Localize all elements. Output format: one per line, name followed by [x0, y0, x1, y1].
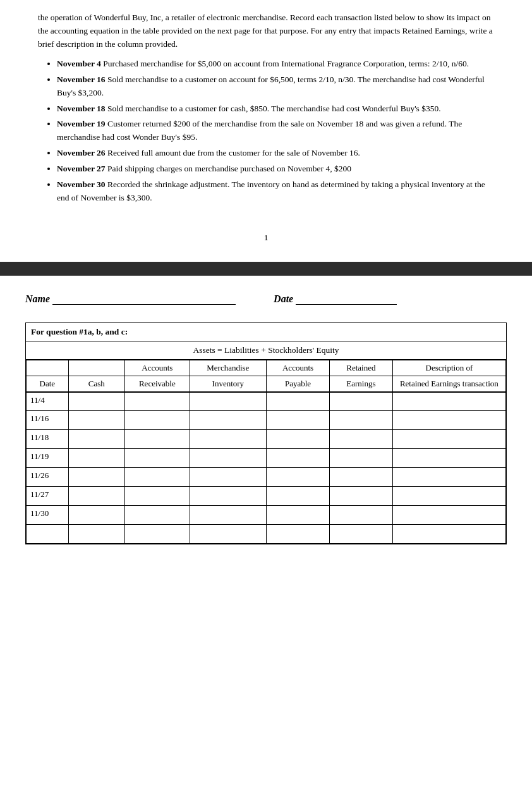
top-section: the operation of Wonderful Buy, Inc, a r… — [0, 0, 532, 262]
cell-accpay[interactable] — [267, 525, 330, 544]
cell-inventory[interactable] — [190, 430, 267, 449]
intro-paragraph: the operation of Wonderful Buy, Inc, a r… — [38, 11, 494, 51]
cell-accpay[interactable] — [267, 468, 330, 487]
cell-cash[interactable] — [68, 525, 125, 544]
col-date-label: Date — [27, 376, 69, 392]
cell-accpay[interactable] — [267, 449, 330, 468]
cell-date[interactable]: 11/19 — [27, 449, 69, 468]
cell-date[interactable]: 11/16 — [27, 411, 69, 430]
cell-inventory[interactable] — [190, 487, 267, 506]
cell-retained[interactable] — [329, 506, 392, 525]
cell-cash[interactable] — [68, 392, 125, 411]
bullet-item: November 18 Sold merchandise to a custom… — [57, 102, 494, 116]
bullet-item: November 19 Customer returned $200 of th… — [57, 118, 494, 144]
date-input-line[interactable] — [296, 293, 397, 305]
cell-retained[interactable] — [329, 411, 392, 430]
cell-date[interactable]: 11/4 — [27, 392, 69, 411]
col-inventory-label: Inventory — [190, 376, 267, 392]
cell-accrec[interactable] — [125, 468, 190, 487]
cell-description[interactable] — [392, 411, 505, 430]
cell-date[interactable]: 11/30 — [27, 506, 69, 525]
cell-description[interactable] — [392, 506, 505, 525]
cell-accrec[interactable] — [125, 525, 190, 544]
cell-cash[interactable] — [68, 468, 125, 487]
bullet-date: November 27 — [57, 164, 106, 173]
cell-accrec[interactable] — [125, 506, 190, 525]
cell-description[interactable] — [392, 449, 505, 468]
cell-date[interactable]: 11/18 — [27, 430, 69, 449]
cell-description[interactable] — [392, 525, 505, 544]
col-cash-label: Cash — [68, 376, 125, 392]
question-table-wrapper: For question #1a, b, and c: Assets = Lia… — [25, 322, 507, 545]
cell-accpay[interactable] — [267, 392, 330, 411]
cell-accpay[interactable] — [267, 430, 330, 449]
cell-retained[interactable] — [329, 392, 392, 411]
cell-retained[interactable] — [329, 430, 392, 449]
bottom-section: Name Date For question #1a, b, and c: As… — [0, 276, 532, 798]
cell-description[interactable] — [392, 430, 505, 449]
cell-cash[interactable] — [68, 430, 125, 449]
cell-accpay[interactable] — [267, 411, 330, 430]
cell-cash[interactable] — [68, 411, 125, 430]
bullet-item: November 4 Purchased merchandise for $5,… — [57, 58, 494, 71]
col-earnings-label: Earnings — [329, 376, 392, 392]
cell-retained[interactable] — [329, 468, 392, 487]
table-row: 11/4 — [27, 392, 506, 411]
table-row: 11/30 — [27, 506, 506, 525]
accounting-table: Accounts Merchandise Accounts Retained D… — [26, 360, 506, 544]
cell-date[interactable]: 11/27 — [27, 487, 69, 506]
cell-retained[interactable] — [329, 449, 392, 468]
cell-description[interactable] — [392, 487, 505, 506]
col-description-top: Description of — [392, 360, 505, 376]
bullet-date: November 19 — [57, 119, 106, 128]
bullet-date: November 26 — [57, 148, 106, 157]
bullet-date: November 4 — [57, 59, 101, 68]
cell-date[interactable]: 11/26 — [27, 468, 69, 487]
cell-inventory[interactable] — [190, 392, 267, 411]
col-accrec-label: Receivable — [125, 376, 190, 392]
bullet-date: November 30 — [57, 180, 106, 189]
cell-accrec[interactable] — [125, 487, 190, 506]
cell-inventory[interactable] — [190, 525, 267, 544]
table-row: 11/26 — [27, 468, 506, 487]
question-header: For question #1a, b, and c: — [26, 323, 506, 341]
page-number: 1 — [38, 207, 494, 255]
col-accpay-label: Payable — [267, 376, 330, 392]
cell-cash[interactable] — [68, 487, 125, 506]
col-retained-top: Retained — [329, 360, 392, 376]
name-input-line[interactable] — [52, 293, 236, 305]
cell-retained[interactable] — [329, 525, 392, 544]
cell-description[interactable] — [392, 468, 505, 487]
page: the operation of Wonderful Buy, Inc, a r… — [0, 0, 532, 798]
cell-inventory[interactable] — [190, 449, 267, 468]
name-label: Name — [25, 293, 50, 305]
bullet-item: November 26 Received full amount due fro… — [57, 147, 494, 160]
cell-accrec[interactable] — [125, 449, 190, 468]
cell-accrec[interactable] — [125, 411, 190, 430]
table-row: 11/27 — [27, 487, 506, 506]
cell-cash[interactable] — [68, 506, 125, 525]
name-date-row: Name Date — [25, 293, 507, 305]
cell-description[interactable] — [392, 392, 505, 411]
cell-date[interactable] — [27, 525, 69, 544]
cell-accrec[interactable] — [125, 430, 190, 449]
cell-inventory[interactable] — [190, 468, 267, 487]
equation-row: Assets = Liabilities + Stockholders' Equ… — [26, 341, 506, 360]
cell-inventory[interactable] — [190, 411, 267, 430]
bullet-list: November 4 Purchased merchandise for $5,… — [38, 58, 494, 205]
cell-accpay[interactable] — [267, 487, 330, 506]
date-label: Date — [274, 293, 293, 305]
section-divider — [0, 262, 532, 276]
cell-accrec[interactable] — [125, 392, 190, 411]
cell-cash[interactable] — [68, 449, 125, 468]
table-row: 11/16 — [27, 411, 506, 430]
bullet-date: November 18 — [57, 104, 106, 113]
col-accpay-top: Accounts — [267, 360, 330, 376]
bullet-item: November 16 Sold merchandise to a custom… — [57, 73, 494, 100]
cell-inventory[interactable] — [190, 506, 267, 525]
bullet-date: November 16 — [57, 75, 106, 84]
cell-accpay[interactable] — [267, 506, 330, 525]
table-row: 11/18 — [27, 430, 506, 449]
table-header-bottom: Date Cash Receivable Inventory Payable E… — [27, 376, 506, 392]
cell-retained[interactable] — [329, 487, 392, 506]
